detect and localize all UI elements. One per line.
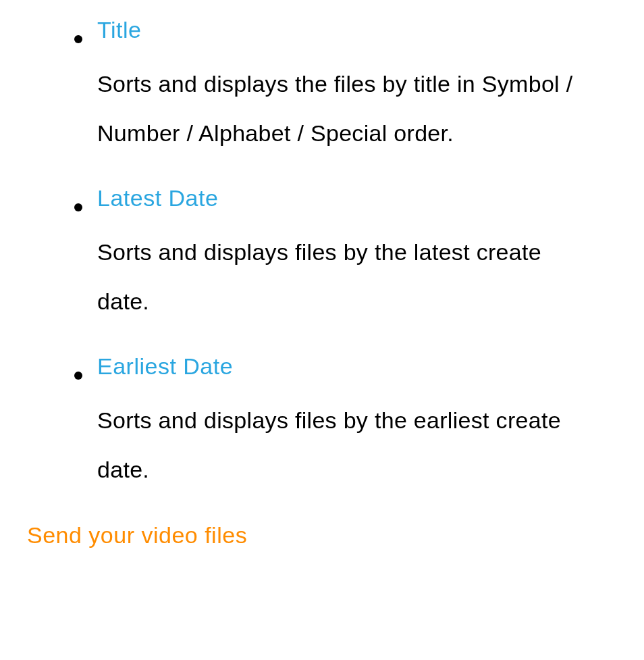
sort-option-title: Earliest Date: [97, 353, 233, 380]
section-heading[interactable]: Send your video files: [27, 522, 644, 549]
bullet-row: Earliest Date: [74, 353, 644, 380]
sort-option-description: Sorts and displays files by the earliest…: [74, 396, 587, 494]
bullet-icon: [74, 372, 82, 380]
bullet-row: Title: [74, 17, 644, 43]
sort-option-description: Sorts and displays the files by title in…: [74, 59, 587, 158]
sort-option-description: Sorts and displays files by the latest c…: [74, 228, 587, 326]
document-content: Title Sorts and displays the files by ti…: [0, 0, 644, 549]
list-item: Earliest Date Sorts and displays files b…: [74, 353, 644, 494]
bullet-row: Latest Date: [74, 185, 644, 211]
sort-option-title: Title: [97, 17, 141, 43]
bullet-icon: [74, 35, 82, 43]
bullet-icon: [74, 203, 82, 211]
list-item: Title Sorts and displays the files by ti…: [74, 17, 644, 158]
sort-options-list: Title Sorts and displays the files by ti…: [27, 17, 644, 495]
sort-option-title: Latest Date: [97, 185, 218, 211]
list-item: Latest Date Sorts and displays files by …: [74, 185, 644, 326]
